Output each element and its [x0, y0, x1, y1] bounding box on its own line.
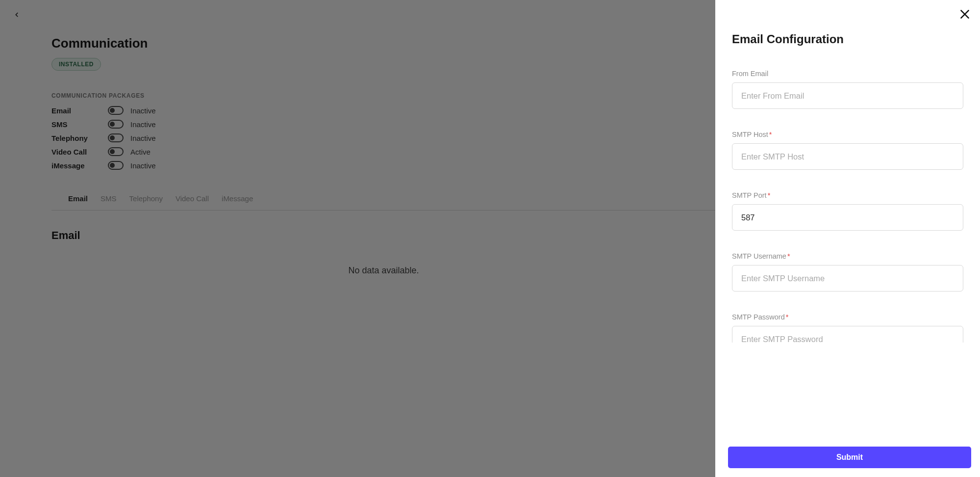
- smtp-username-input[interactable]: [732, 265, 963, 292]
- field-from-email: From Email: [732, 70, 963, 109]
- field-smtp-port: SMTP Port*: [732, 191, 963, 231]
- field-smtp-password: SMTP Password*: [732, 313, 963, 343]
- submit-button[interactable]: Submit: [728, 447, 971, 468]
- field-smtp-host: SMTP Host*: [732, 131, 963, 170]
- smtp-password-input[interactable]: [732, 326, 963, 343]
- smtp-host-input[interactable]: [732, 143, 963, 170]
- smtp-host-label: SMTP Host*: [732, 131, 963, 138]
- smtp-password-label: SMTP Password*: [732, 313, 963, 321]
- panel-title: Email Configuration: [732, 32, 963, 46]
- smtp-username-label: SMTP Username*: [732, 252, 963, 260]
- close-button[interactable]: [958, 8, 971, 23]
- close-icon: [958, 8, 971, 21]
- smtp-port-input[interactable]: [732, 204, 963, 231]
- field-smtp-username: SMTP Username*: [732, 252, 963, 292]
- from-email-label: From Email: [732, 70, 963, 78]
- smtp-port-label: SMTP Port*: [732, 191, 963, 199]
- email-config-panel: Email Configuration From Email SMTP Host…: [715, 0, 980, 477]
- from-email-input[interactable]: [732, 82, 963, 109]
